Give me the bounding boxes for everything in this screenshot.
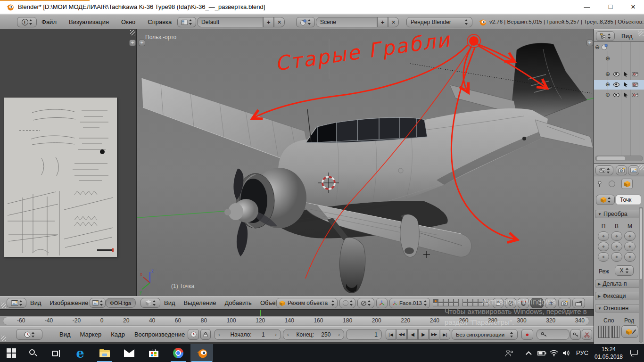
properties-region[interactable]: Точк ▼ Преобра П В М ◆ ◆ ◆ ◆ ◆ ◆ ◆ — [594, 164, 644, 344]
object-id-icon-button[interactable] — [596, 195, 615, 205]
pivot-point-button[interactable] — [357, 298, 374, 308]
rotation-axis-dropdown[interactable]: X — [615, 265, 634, 276]
region-resize-grip[interactable] — [638, 31, 644, 36]
layer-cell[interactable] — [473, 299, 478, 303]
layer-cell-active[interactable] — [433, 299, 438, 303]
outliner-object-row[interactable]: ⊕ — [605, 81, 639, 88]
layer-cell[interactable] — [433, 303, 438, 306]
timeline-canvas[interactable] — [0, 309, 594, 316]
layer-cell[interactable] — [483, 299, 488, 303]
properties-editor-type-button[interactable] — [595, 165, 613, 175]
view3d-editor-type-button[interactable] — [140, 298, 160, 308]
window-titlebar[interactable]: Blender* [D:\МОИ МОДЕЛИ\AIR\Tachikawa Ki… — [0, 0, 644, 14]
editor-type-info-button[interactable]: i — [17, 17, 37, 27]
timeline-editor-type-button[interactable] — [16, 329, 42, 340]
layer-cell[interactable] — [478, 299, 483, 303]
layer-cell[interactable] — [438, 303, 443, 306]
frame-end-field[interactable]: ‹ Конец: 250 › — [283, 329, 344, 340]
v3d-menu-add[interactable]: Добавить — [224, 299, 251, 306]
rotation-slider[interactable]: ◆ — [611, 252, 622, 262]
tree-collapse-icon[interactable]: ⊖ — [595, 44, 600, 50]
location-slider[interactable]: ◆ — [598, 252, 609, 262]
maximize-button[interactable]: □ — [600, 0, 621, 14]
region-resize-grip[interactable] — [1, 303, 6, 308]
uv-menu-view[interactable]: Вид — [30, 299, 41, 306]
layer-cell[interactable] — [478, 303, 483, 306]
uv-image-name-field[interactable]: ФОН.tga — [106, 298, 136, 308]
proportional-edit-button[interactable] — [505, 298, 516, 308]
selectability-pointer-icon[interactable] — [623, 92, 628, 98]
layer-cell[interactable] — [448, 299, 454, 303]
minimize-button[interactable]: — — [576, 0, 598, 14]
layer-cell[interactable] — [448, 303, 454, 306]
menu-file[interactable]: Файл — [41, 18, 57, 25]
uv-menu-image[interactable]: Изображение — [50, 299, 89, 306]
play-button[interactable]: ▶ — [418, 329, 429, 340]
material-ball-icon[interactable] — [608, 180, 616, 188]
chrome-button[interactable] — [168, 344, 189, 362]
layer-cell[interactable] — [483, 303, 488, 306]
menu-render[interactable]: Визуализация — [69, 18, 109, 25]
insert-keyframe-button[interactable] — [570, 329, 581, 340]
clock-datetime[interactable]: 15:24 01.05.2018 — [593, 346, 624, 361]
uv-editor-type-button[interactable] — [7, 298, 26, 308]
layout-add-button[interactable]: + — [263, 17, 274, 27]
layer-cell[interactable] — [454, 303, 459, 306]
outliner-region[interactable]: Вид ⊖ ⊕ ⊕ ⊕ ⊕ — [594, 29, 644, 164]
properties-v-scrollbar[interactable] — [639, 207, 643, 343]
layers-widget[interactable] — [433, 299, 488, 306]
jump-start-button[interactable]: |◀ — [386, 329, 396, 340]
panel-transform-header[interactable]: ▼ Преобра — [595, 210, 643, 218]
v3d-menu-view[interactable]: Вид — [164, 299, 175, 306]
layer-cell[interactable] — [438, 299, 443, 303]
action-center-button[interactable] — [625, 344, 643, 362]
scene-icon-button[interactable] — [296, 17, 315, 27]
layer-cell[interactable] — [473, 303, 478, 306]
outliner-object-row[interactable]: ⊕ — [605, 91, 639, 98]
delete-keyframe-button[interactable] — [582, 329, 592, 340]
layer-cell[interactable] — [443, 299, 448, 303]
menu-help[interactable]: Справка — [148, 18, 172, 25]
outliner-row-scene[interactable]: ⊖ — [595, 43, 608, 50]
timeline-ruler[interactable]: -60 -40 -20 0 20 40 60 80 100 120 140 16… — [0, 316, 594, 326]
panel-delta-header[interactable]: ▶ Дельта-п — [595, 280, 643, 288]
task-view-button[interactable] — [45, 344, 66, 362]
opengl-render-button[interactable] — [558, 298, 571, 308]
spinner-left-icon[interactable]: ‹ — [287, 331, 289, 338]
selectability-pointer-icon[interactable] — [623, 82, 628, 88]
pin-icon[interactable] — [597, 181, 603, 188]
layout-delete-button[interactable]: × — [274, 17, 285, 27]
snap-element-button[interactable] — [530, 298, 544, 308]
preview-range-clock-button[interactable] — [188, 329, 199, 340]
uv-region-expand-button[interactable]: + — [129, 40, 136, 46]
outliner-object-row[interactable]: ⊕ — [605, 71, 639, 77]
scene-delete-button[interactable]: × — [388, 17, 399, 27]
spinner-right-icon[interactable]: › — [338, 331, 340, 338]
tl-menu-playback[interactable]: Воспроизведение — [134, 331, 185, 338]
lock-to-scene-button[interactable] — [493, 298, 504, 308]
people-button[interactable] — [501, 344, 518, 362]
properties-tab-layers[interactable] — [628, 165, 639, 175]
renderability-camera-icon[interactable] — [632, 92, 639, 98]
render-engine-select[interactable]: Рендер Blender — [406, 17, 472, 27]
scale-slider[interactable]: ◆ — [624, 242, 636, 251]
relations-layer-grid[interactable] — [598, 326, 610, 338]
taskbar[interactable]: e — [0, 344, 644, 362]
layer-cell[interactable] — [462, 303, 468, 306]
lock-frame-button[interactable] — [200, 329, 211, 340]
visibility-eye-icon[interactable] — [613, 82, 619, 87]
screen-layout-field[interactable]: Default — [197, 17, 263, 27]
properties-tab-render[interactable] — [616, 165, 627, 175]
outliner-editor-type-button[interactable] — [596, 31, 615, 41]
mail-button[interactable] — [119, 344, 140, 362]
uv-image-icon-button[interactable] — [90, 298, 106, 308]
snap-target-button[interactable] — [545, 298, 556, 308]
panel-lock-header[interactable]: ▶ Фиксаци — [595, 292, 643, 300]
file-explorer-button[interactable] — [94, 344, 115, 362]
spinner-left-icon[interactable]: ‹ — [218, 331, 220, 338]
visibility-eye-icon[interactable] — [613, 93, 619, 97]
menu-window[interactable]: Окно — [121, 18, 135, 25]
timeline-current-frame-line[interactable] — [260, 310, 261, 316]
layer-cell[interactable] — [443, 303, 448, 306]
screen-layout-icon-button[interactable] — [177, 17, 196, 27]
